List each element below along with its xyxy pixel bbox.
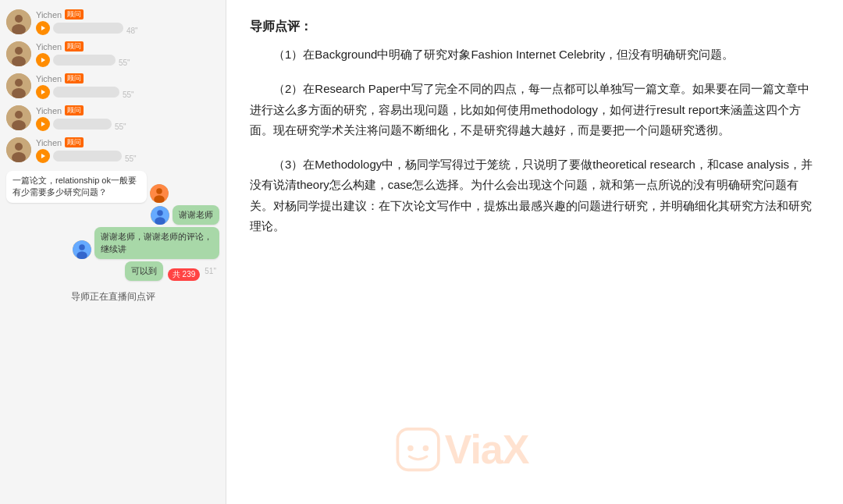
svg-point-22 xyxy=(79,244,85,250)
chat-username: Yichen xyxy=(36,74,62,83)
avatar xyxy=(6,73,31,98)
last-chat-row: 可以到 共 239 51" xyxy=(6,261,219,281)
svg-point-19 xyxy=(157,210,163,216)
play-button[interactable] xyxy=(36,85,50,99)
chat-row-4: Yichen 顾问 55" xyxy=(6,104,219,133)
svg-point-1 xyxy=(15,15,23,23)
chat-caption: 导师正在直播间点评 xyxy=(6,290,219,303)
chat-username: Yichen xyxy=(36,10,62,20)
bubble-row-left: 一篇论文，relationship ok一般要有少需要多少研究问题？ xyxy=(6,171,219,203)
chat-content: Yichen 顾问 48" xyxy=(36,9,219,35)
live-count-badge: 共 239 xyxy=(168,268,200,281)
chat-time: 55" xyxy=(119,59,130,67)
chat-content: Yichen 顾问 55" xyxy=(36,41,219,67)
avatar xyxy=(6,105,31,130)
paragraph-3: （3）在Methodology中，杨同学写得过于笼统，只说明了要做theoret… xyxy=(250,154,820,236)
avatar xyxy=(6,9,31,34)
svg-point-10 xyxy=(15,111,23,119)
avatar-small xyxy=(150,184,169,203)
chat-username: Yichen xyxy=(36,42,62,51)
bubble-row-right-2: 谢谢老师，谢谢老师的评论，继续讲 xyxy=(6,227,219,259)
special-chat-section: 一篇论文，relationship ok一般要有少需要多少研究问题？ 谢谢老师 … xyxy=(6,171,219,281)
chat-time: 55" xyxy=(115,122,126,131)
paragraph-1: （1）在Background中明确了研究对象Fashion Internet C… xyxy=(250,44,820,65)
chat-content: Yichen 顾问 55" xyxy=(36,105,219,131)
chat-username: Yichen xyxy=(36,138,62,147)
mentor-badge: 顾问 xyxy=(65,73,84,83)
chat-bubble-thanks: 谢谢老师 xyxy=(173,205,219,225)
chat-row-1: Yichen 顾问 48" xyxy=(6,8,219,37)
mentor-badge: 顾问 xyxy=(65,41,84,51)
audio-bar xyxy=(53,55,116,66)
content-panel: 导师点评： （1）在Background中明确了研究对象Fashion Inte… xyxy=(226,0,843,504)
bubble-row-right-1: 谢谢老师 xyxy=(6,205,219,225)
paragraph-2: （2）在Research Paper中写了完全不同的四点，每一点都可以单独写一篇… xyxy=(250,79,820,140)
mentor-badge: 顾问 xyxy=(65,9,84,20)
chat-panel: Yichen 顾问 48" Yichen 顾问 55" xyxy=(0,0,226,504)
audio-bar xyxy=(53,119,112,130)
chat-time-last: 51" xyxy=(205,267,216,275)
svg-point-13 xyxy=(15,143,23,151)
chat-time: 55" xyxy=(125,154,137,163)
play-button[interactable] xyxy=(36,117,50,131)
chat-bubble-next: 可以到 xyxy=(125,261,163,281)
avatar-small xyxy=(151,206,169,225)
chat-row-2: Yichen 顾问 55" xyxy=(6,40,219,69)
mentor-badge: 顾问 xyxy=(65,105,84,115)
audio-bar xyxy=(53,87,119,98)
chat-time: 55" xyxy=(123,91,134,99)
chat-bubble-follow: 谢谢老师，谢谢老师的评论，继续讲 xyxy=(94,227,219,259)
play-button[interactable] xyxy=(36,149,50,163)
svg-point-4 xyxy=(15,47,23,55)
play-button[interactable] xyxy=(36,21,50,35)
play-button[interactable] xyxy=(36,53,50,67)
avatar-small xyxy=(73,240,91,259)
avatar xyxy=(6,137,31,162)
svg-point-16 xyxy=(156,188,162,194)
chat-username: Yichen xyxy=(36,106,62,115)
svg-point-7 xyxy=(15,79,23,87)
avatar xyxy=(6,41,31,66)
section-title: 导师点评： xyxy=(250,16,820,37)
mentor-badge: 顾问 xyxy=(65,137,84,147)
chat-content: Yichen 顾问 55" xyxy=(36,73,219,99)
chat-bubble-question: 一篇论文，relationship ok一般要有少需要多少研究问题？ xyxy=(6,171,147,203)
chat-time: 48" xyxy=(126,27,138,35)
chat-content: Yichen 顾问 55" xyxy=(36,137,219,163)
chat-row-5: Yichen 顾问 55" xyxy=(6,136,219,165)
audio-bar xyxy=(53,151,122,161)
chat-row-3: Yichen 顾问 55" xyxy=(6,72,219,101)
audio-bar xyxy=(53,23,123,34)
